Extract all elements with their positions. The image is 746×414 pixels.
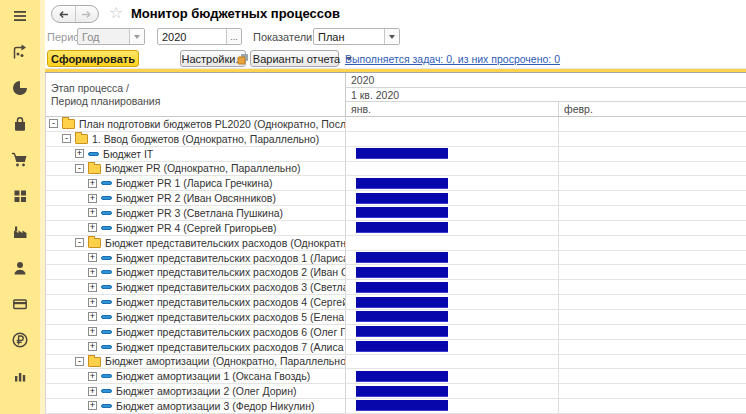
expand-icon[interactable]: + bbox=[88, 283, 97, 292]
collapse-icon[interactable]: - bbox=[75, 357, 84, 366]
table-row[interactable]: +Бюджет PR 4 (Сергей Григорьев) bbox=[45, 221, 746, 236]
january-cell bbox=[346, 280, 559, 294]
expand-icon[interactable]: + bbox=[88, 194, 97, 203]
table-row[interactable]: +Бюджет представительских расходов 3 (Св… bbox=[45, 280, 746, 295]
gantt-bar[interactable] bbox=[356, 148, 448, 159]
expand-icon[interactable]: + bbox=[88, 327, 97, 336]
table-row[interactable]: +Бюджет амортизации 2 (Олег Дорин) bbox=[45, 384, 746, 399]
folder-icon bbox=[88, 238, 101, 248]
indicators-combobox[interactable]: План bbox=[313, 28, 400, 45]
stage-icon bbox=[101, 404, 112, 408]
table-row[interactable]: +Бюджет представительских расходов 4 (Се… bbox=[45, 295, 746, 310]
generate-button[interactable]: Сформировать bbox=[47, 50, 139, 67]
expand-icon[interactable]: + bbox=[88, 342, 97, 351]
table-row[interactable]: +Бюджет IT bbox=[45, 147, 746, 162]
table-row[interactable]: +Бюджет PR 3 (Светлана Пушкина) bbox=[45, 206, 746, 221]
table-row[interactable]: -Бюджет представительских расходов (Одно… bbox=[45, 236, 746, 251]
row-label: Бюджет PR 4 (Сергей Григорьев) bbox=[116, 222, 277, 234]
table-row[interactable]: +Бюджет PR 2 (Иван Овсянников) bbox=[45, 191, 746, 206]
table-row[interactable]: +Бюджет представительских расходов 6 (Ол… bbox=[45, 325, 746, 340]
pie-chart-icon[interactable] bbox=[11, 79, 29, 97]
row-label: План подготовки бюджетов PL2020 (Однокра… bbox=[79, 118, 346, 130]
gantt-bar[interactable] bbox=[356, 386, 448, 397]
stage-icon bbox=[101, 270, 112, 274]
gantt-bar[interactable] bbox=[356, 282, 448, 293]
january-cell bbox=[346, 117, 559, 131]
february-cell bbox=[559, 369, 746, 383]
gantt-bar[interactable] bbox=[356, 297, 448, 308]
expand-icon[interactable]: + bbox=[88, 268, 97, 277]
year-ellipsis-button[interactable]: ... bbox=[226, 29, 241, 44]
january-cell bbox=[346, 206, 559, 220]
budget-process-table: Этап процесса / Период планирования 2020… bbox=[45, 73, 746, 414]
february-cell bbox=[559, 295, 746, 309]
favorite-star-icon[interactable]: ☆ bbox=[109, 3, 123, 22]
expand-icon[interactable]: + bbox=[88, 253, 97, 262]
tasks-link[interactable]: Выполняется задач: 0, из них просрочено:… bbox=[345, 53, 560, 65]
year-input[interactable]: 2020 ... bbox=[157, 28, 242, 45]
back-button[interactable] bbox=[52, 6, 76, 22]
gantt-bar[interactable] bbox=[356, 207, 448, 218]
table-row[interactable]: +Бюджет представительских расходов 1 (Ла… bbox=[45, 251, 746, 266]
gantt-bar[interactable] bbox=[356, 193, 448, 204]
january-cell bbox=[346, 369, 559, 383]
expand-icon[interactable]: + bbox=[88, 312, 97, 321]
table-row[interactable]: -1. Ввод бюджетов (Однократно, Параллель… bbox=[45, 132, 746, 147]
january-cell bbox=[346, 251, 559, 265]
bar-chart-icon[interactable] bbox=[11, 367, 29, 385]
gantt-bar[interactable] bbox=[356, 252, 448, 263]
table-row[interactable]: +Бюджет представительских расходов 2 (Ив… bbox=[45, 265, 746, 280]
forward-button[interactable] bbox=[76, 6, 99, 22]
expand-icon[interactable]: + bbox=[88, 298, 97, 307]
gantt-bar[interactable] bbox=[356, 222, 448, 233]
table-row[interactable]: -Бюджет PR (Однократно, Параллельно) bbox=[45, 162, 746, 177]
year-column-header: 2020 bbox=[346, 73, 746, 88]
gantt-bar[interactable] bbox=[356, 371, 448, 382]
table-row[interactable]: +Бюджет PR 1 (Лариса Гречкина) bbox=[45, 176, 746, 191]
chevron-down-icon[interactable] bbox=[129, 29, 144, 44]
collapse-icon[interactable]: - bbox=[75, 164, 84, 173]
factory-icon[interactable] bbox=[11, 223, 29, 241]
expand-icon[interactable]: + bbox=[75, 149, 84, 158]
row-label: Бюджет PR 2 (Иван Овсянников) bbox=[116, 192, 276, 204]
gantt-bar[interactable] bbox=[356, 311, 448, 322]
gantt-bar[interactable] bbox=[356, 400, 448, 411]
table-row[interactable]: +Бюджет амортизации 3 (Федор Никулин) bbox=[45, 399, 746, 414]
gantt-bar[interactable] bbox=[356, 178, 448, 189]
credit-card-icon[interactable] bbox=[11, 295, 29, 313]
table-row[interactable]: +Бюджет амортизации 1 (Оксана Гвоздь) bbox=[45, 369, 746, 384]
quarter-column-header: 1 кв. 2020 bbox=[346, 88, 746, 102]
table-row[interactable]: +Бюджет представительских расходов 5 (Ел… bbox=[45, 310, 746, 325]
january-cell bbox=[346, 176, 559, 190]
tree-cell: +Бюджет PR 4 (Сергей Григорьев) bbox=[46, 221, 346, 235]
expand-icon[interactable]: + bbox=[88, 372, 97, 381]
table-row[interactable]: +Бюджет представительских расходов 7 (Ал… bbox=[45, 340, 746, 355]
ruble-icon[interactable] bbox=[11, 331, 29, 349]
tree-cell: +Бюджет PR 1 (Лариса Гречкина) bbox=[46, 176, 346, 190]
expand-icon[interactable]: + bbox=[88, 387, 97, 396]
expand-icon[interactable]: + bbox=[88, 208, 97, 217]
gantt-bar[interactable] bbox=[356, 341, 448, 352]
gantt-bar[interactable] bbox=[356, 326, 448, 337]
collapse-icon[interactable]: - bbox=[62, 134, 71, 143]
report-variants-button[interactable]: Варианты отчета bbox=[250, 50, 339, 67]
folder-icon bbox=[88, 164, 101, 174]
period-combobox[interactable]: Год bbox=[77, 28, 145, 45]
person-icon[interactable] bbox=[11, 259, 29, 277]
shopping-bag-icon[interactable] bbox=[11, 115, 29, 133]
collapse-icon[interactable]: - bbox=[49, 119, 58, 128]
expand-icon[interactable]: + bbox=[88, 179, 97, 188]
expand-icon[interactable]: + bbox=[88, 401, 97, 410]
february-cell bbox=[559, 206, 746, 220]
grid-icon[interactable] bbox=[11, 187, 29, 205]
collapse-icon[interactable]: - bbox=[75, 238, 84, 247]
chevron-down-icon[interactable] bbox=[384, 29, 399, 44]
gantt-bar[interactable] bbox=[356, 267, 448, 278]
row-label: Бюджет амортизации (Однократно, Параллел… bbox=[105, 355, 346, 367]
table-row[interactable]: -Бюджет амортизации (Однократно, Паралле… bbox=[45, 355, 746, 370]
business-process-icon[interactable] bbox=[11, 43, 29, 61]
expand-icon[interactable]: + bbox=[88, 223, 97, 232]
table-row[interactable]: -План подготовки бюджетов PL2020 (Однокр… bbox=[45, 117, 746, 132]
menu-icon[interactable] bbox=[11, 7, 29, 25]
shopping-cart-icon[interactable] bbox=[11, 151, 29, 169]
